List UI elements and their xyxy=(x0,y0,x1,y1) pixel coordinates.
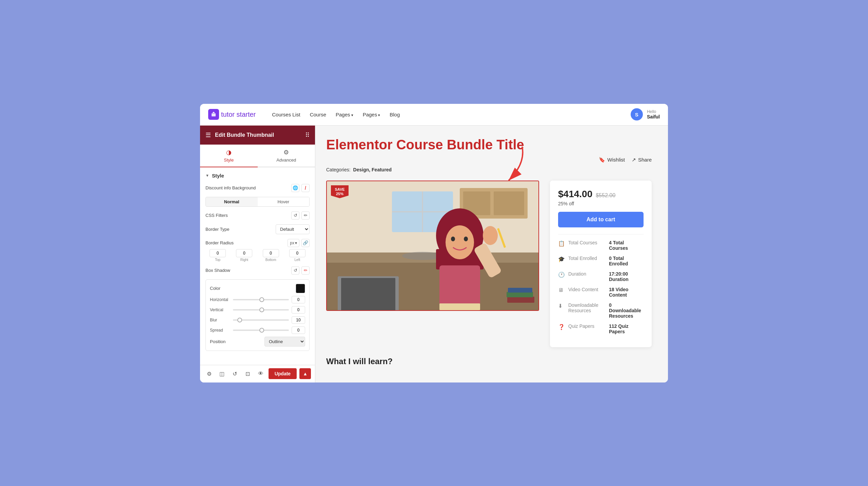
css-filters-field: CSS Filters ↺ ✏ xyxy=(205,211,310,220)
shadow-blur-row: Blur xyxy=(210,316,305,324)
spread-slider-thumb[interactable] xyxy=(259,328,264,333)
style-section-title[interactable]: ▼ Style xyxy=(205,173,310,179)
nav-pages-1[interactable]: Pages xyxy=(336,112,353,117)
panel-body: ▼ Style Discount info Background 🌐 / Nor… xyxy=(200,167,315,365)
categories-value: Design, Featured xyxy=(353,167,392,172)
course-title: Elementor Course Bundle Title xyxy=(326,136,652,153)
normal-btn[interactable]: Normal xyxy=(206,197,258,206)
section-label: Style xyxy=(212,173,224,179)
border-bottom-input[interactable] xyxy=(263,249,279,257)
nav-pages-2[interactable]: Pages xyxy=(363,112,380,117)
video-content-value: 18 Video Content xyxy=(609,287,644,298)
border-type-select[interactable]: Default Solid Dashed Dotted xyxy=(276,224,310,234)
share-btn[interactable]: ↗ Share xyxy=(632,157,652,163)
panel-header: ☰ Edit Bundle Thumbnail ⠿ xyxy=(200,126,315,145)
spread-value-input[interactable] xyxy=(292,326,305,334)
shadow-color-swatch[interactable] xyxy=(296,284,305,293)
box-shadow-field: Box Shadow ↺ ✏ xyxy=(205,266,310,275)
blur-slider-track[interactable] xyxy=(233,319,289,321)
edit-filters-icon[interactable]: ✏ xyxy=(301,211,310,220)
add-to-cart-btn[interactable]: Add to cart xyxy=(558,212,644,227)
old-price: $552.00 xyxy=(596,192,615,199)
border-bottom-group: Bottom xyxy=(259,249,283,262)
shadow-expanded: Color Horizontal Vertical xyxy=(205,279,310,351)
vertical-slider-track[interactable] xyxy=(233,309,289,311)
advanced-tab-icon: ⚙ xyxy=(283,149,289,156)
save-line1: SAVE xyxy=(334,187,345,192)
tab-style[interactable]: ◑ Style xyxy=(200,145,258,167)
clear-icon[interactable]: / xyxy=(301,184,310,192)
blur-label: Blur xyxy=(210,318,230,322)
hover-btn[interactable]: Hover xyxy=(258,197,310,206)
left-label: Left xyxy=(295,258,300,262)
vertical-label: Vertical xyxy=(210,307,230,312)
top-label: Top xyxy=(215,258,220,262)
categories-label: Categories: xyxy=(326,167,351,172)
nav-courses-list[interactable]: Courses List xyxy=(272,112,300,117)
unit-selector[interactable]: px ▾ xyxy=(288,239,299,247)
border-type-field: Border Type Default Solid Dashed Dotted xyxy=(205,224,310,234)
horizontal-slider-track[interactable] xyxy=(233,299,289,300)
wishlist-icon: 🔖 xyxy=(599,157,605,163)
border-top-input[interactable] xyxy=(210,249,226,257)
main-price: $414.00 xyxy=(558,189,592,200)
horizontal-slider-thumb[interactable] xyxy=(259,297,264,302)
history-toolbar-icon[interactable]: ↺ xyxy=(230,368,240,379)
box-shadow-controls: ↺ ✏ xyxy=(291,266,310,275)
course-content-row: SAVE 25% xyxy=(326,181,652,347)
duration-key: Duration xyxy=(568,271,606,277)
vertical-slider-thumb[interactable] xyxy=(259,307,264,312)
nav-course[interactable]: Course xyxy=(310,112,326,117)
blur-slider-thumb[interactable] xyxy=(237,318,242,322)
grid-icon[interactable]: ⠿ xyxy=(305,131,310,139)
settings-toolbar-icon[interactable]: ⚙ xyxy=(204,368,214,379)
svg-point-19 xyxy=(446,225,474,259)
wishlist-label: Wishlist xyxy=(607,157,625,163)
nav-blog[interactable]: Blog xyxy=(390,112,400,117)
reset-shadow-icon[interactable]: ↺ xyxy=(291,266,299,275)
shadow-vertical-row: Vertical xyxy=(210,306,305,314)
discount-label: 25% off xyxy=(558,201,644,206)
discount-bg-controls: 🌐 / xyxy=(291,184,310,192)
quiz-papers-value: 112 Quiz Papers xyxy=(609,323,644,334)
wishlist-btn[interactable]: 🔖 Wishlist xyxy=(599,157,625,163)
responsive-toolbar-icon[interactable]: ⊡ xyxy=(243,368,253,379)
downloadable-icon: ⬇ xyxy=(558,303,565,310)
state-toggle: Normal Hover xyxy=(205,197,310,207)
discount-bg-field: Discount info Background 🌐 / xyxy=(205,184,310,192)
svg-rect-14 xyxy=(341,278,395,310)
logo-icon xyxy=(208,109,219,120)
price-row: $414.00 $552.00 xyxy=(558,189,644,200)
globe-icon[interactable]: 🌐 xyxy=(291,184,299,192)
edit-shadow-icon[interactable]: ✏ xyxy=(301,266,310,275)
blur-value-input[interactable] xyxy=(292,316,305,324)
link-corners-icon[interactable]: 🔗 xyxy=(301,239,310,247)
update-button[interactable]: Update xyxy=(269,368,297,379)
info-row-video-content: 🖥 Video Content 18 Video Content xyxy=(558,287,644,298)
info-row-duration: 🕐 Duration 17:20:00 Duration xyxy=(558,271,644,282)
border-radius-label: Border Radius xyxy=(205,240,234,245)
border-left-input[interactable] xyxy=(289,249,305,257)
share-label: Share xyxy=(638,157,652,163)
svg-rect-26 xyxy=(439,303,480,310)
menu-icon[interactable]: ☰ xyxy=(205,131,211,139)
svg-point-20 xyxy=(451,237,455,241)
layers-toolbar-icon[interactable]: ◫ xyxy=(217,368,227,379)
spread-slider-track[interactable] xyxy=(233,330,289,331)
position-select[interactable]: Outline Inset xyxy=(264,337,305,347)
vertical-value-input[interactable] xyxy=(292,306,305,314)
duration-value: 17:20:00 Duration xyxy=(609,271,644,282)
tab-advanced[interactable]: ⚙ Advanced xyxy=(258,145,315,167)
horizontal-value-input[interactable] xyxy=(292,296,305,303)
course-meta: Categories: Design, Featured xyxy=(326,167,652,172)
reset-filters-icon[interactable]: ↺ xyxy=(291,211,299,220)
course-image-svg xyxy=(327,181,538,310)
unit-label: px xyxy=(290,241,294,245)
thumbnail-image xyxy=(327,181,538,310)
site-logo[interactable]: tutor starter xyxy=(208,109,256,120)
preview-toolbar-icon[interactable]: 👁 xyxy=(256,368,266,379)
border-right-input[interactable] xyxy=(236,249,252,257)
svg-rect-9 xyxy=(494,191,524,215)
share-icon: ↗ xyxy=(632,157,636,163)
publish-chevron-btn[interactable]: ▲ xyxy=(299,368,311,379)
